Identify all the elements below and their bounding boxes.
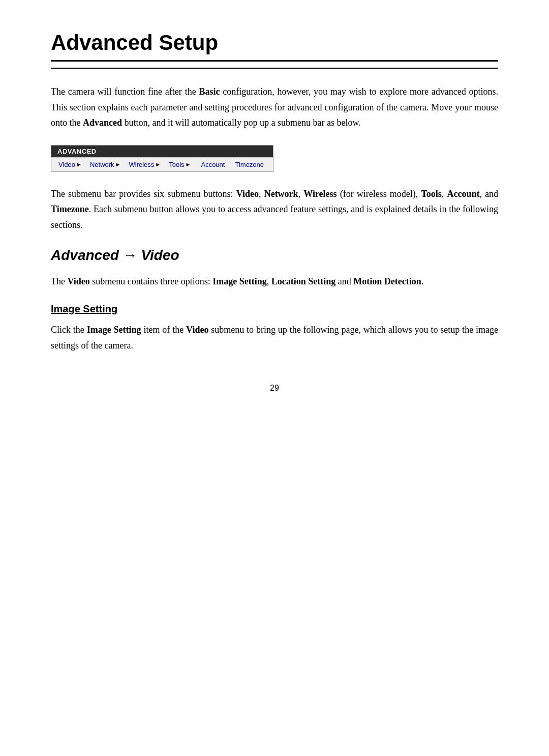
submenu-account-label: Account — [201, 161, 225, 168]
submenu-item-tools: Tools ► — [166, 160, 196, 169]
submenu-wireless-label: Wireless — [129, 161, 154, 168]
advanced-video-heading: Advanced → Video — [51, 247, 498, 264]
submenu-item-network: Network ► — [87, 160, 126, 169]
submenu-wireless-arrow: ► — [155, 161, 161, 167]
submenu-network-arrow: ► — [115, 161, 121, 167]
submenu-item-account: Account — [196, 160, 230, 169]
advanced-video-description: The Video submenu contains three options… — [51, 274, 498, 289]
submenu-item-wireless: Wireless ► — [126, 160, 166, 169]
submenu-video-arrow: ► — [76, 161, 82, 167]
submenu-description: The submenu bar provides six submenu but… — [51, 186, 498, 233]
image-setting-description: Click the Image Setting item of the Vide… — [51, 322, 498, 353]
submenu-item-timezone: Timezone — [230, 160, 269, 169]
intro-paragraph: The camera will function fine after the … — [51, 84, 498, 131]
page-number: 29 — [51, 384, 498, 393]
title-divider — [51, 68, 498, 69]
submenu-timezone-label: Timezone — [235, 161, 264, 168]
submenu-bar: Video ► Network ► Wireless ► Tools ► Acc… — [51, 157, 273, 171]
submenu-item-video: Video ► — [55, 160, 87, 169]
submenu-network-label: Network — [90, 161, 114, 168]
page-title: Advanced Setup — [51, 31, 498, 62]
image-setting-heading: Image Setting — [51, 303, 498, 315]
submenu-video-label: Video — [58, 161, 75, 168]
submenu-tools-arrow: ► — [186, 161, 191, 167]
submenu-tools-label: Tools — [169, 161, 184, 168]
submenu-illustration: ADVANCED Video ► Network ► Wireless ► To… — [51, 145, 273, 172]
submenu-top-label: ADVANCED — [51, 146, 273, 157]
